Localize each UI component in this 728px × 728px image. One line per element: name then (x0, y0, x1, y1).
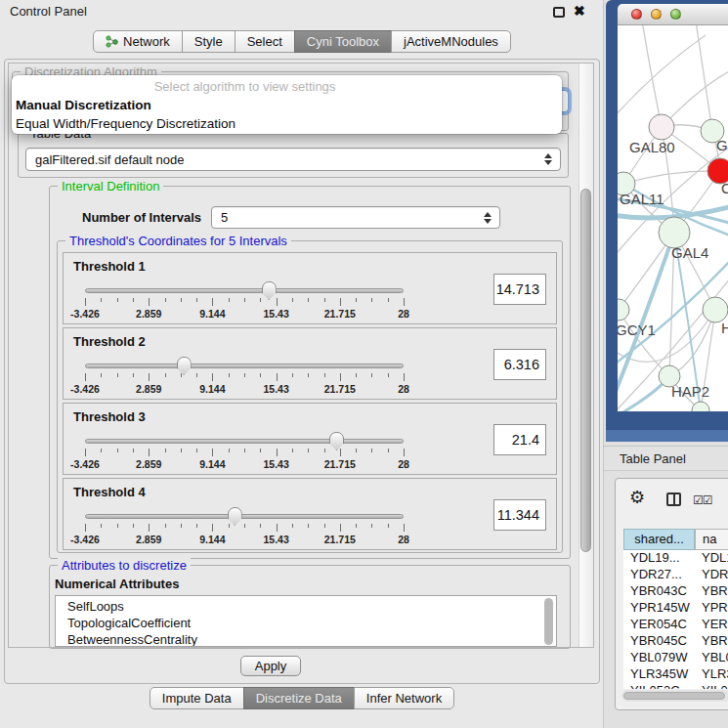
slider-tick-labels: -3.4262.8599.14415.4321.71528 (85, 458, 404, 470)
network-graph[interactable]: GAL80GACGAL11GAL4GCY1HHAP2 (618, 25, 728, 411)
attributes-group-title: Attributes to discretize (58, 558, 191, 573)
node-label: GA (716, 137, 728, 153)
tab-style[interactable]: Style (182, 30, 236, 53)
threshold-slider[interactable]: -3.4262.8599.14415.4321.71528 (85, 425, 407, 472)
numerical-attributes-label: Numerical Attributes (55, 577, 179, 591)
zoom-traffic-light[interactable] (670, 9, 681, 20)
threshold-value-field[interactable]: 6.316 (493, 349, 546, 380)
slider-track[interactable] (85, 288, 404, 293)
main-scrollbar-thumb[interactable] (580, 189, 591, 552)
tab-select[interactable]: Select (235, 30, 295, 53)
threshold-panel-1: Threshold 1-3.4262.8599.14415.4321.71528… (63, 252, 557, 324)
cell-shared-name: YBR045C (630, 633, 687, 648)
slider-tick-labels: -3.4262.8599.14415.4321.71528 (85, 308, 404, 320)
table-row[interactable]: YER054CYER0 (623, 617, 728, 633)
dropdown-prompt: Select algorithm to view settings (12, 79, 478, 94)
list-scrollbar-thumb[interactable] (544, 598, 553, 645)
table-hscrollbar-thumb[interactable] (623, 692, 725, 700)
slider-track[interactable] (85, 514, 404, 519)
tab-impute-data[interactable]: Impute Data (150, 687, 244, 709)
node-label: HAP2 (671, 383, 709, 400)
slider-track[interactable] (85, 364, 404, 368)
tab-cyni-toolbox[interactable]: Cyni Toolbox (294, 30, 392, 53)
network-window-titlebar[interactable] (618, 4, 728, 25)
apply-button[interactable]: Apply (240, 656, 301, 676)
table-data-value: galFiltered.sif default node (35, 152, 184, 167)
table-data-combobox[interactable]: galFiltered.sif default node (25, 148, 561, 171)
column-header-name[interactable]: na (695, 529, 728, 550)
tab-discretize-data[interactable]: Discretize Data (243, 687, 355, 709)
attributes-list[interactable]: SelfLoopsTopologicalCoefficientBetweenne… (55, 595, 557, 647)
table-row[interactable]: YLR345WYLR3 (623, 666, 728, 683)
threshold-label: Threshold 2 (73, 334, 146, 349)
network-edge[interactable] (623, 171, 720, 184)
attribute-item-selfloops[interactable]: SelfLoops (56, 596, 556, 615)
threshold-label: Threshold 3 (73, 409, 146, 424)
table-row[interactable]: YBL079WYBL0 (623, 650, 728, 666)
slider-tick-labels: -3.4262.8599.14415.4321.71528 (85, 534, 404, 545)
cell-name: YBL0 (702, 650, 728, 664)
table-row[interactable]: YBR043CYBR0 (623, 583, 728, 600)
tab-label: Network (123, 34, 170, 49)
threshold-value-field[interactable]: 21.4 (493, 424, 546, 455)
threshold-label: Threshold 1 (73, 259, 146, 274)
network-edge[interactable] (696, 25, 712, 131)
float-window-icon[interactable] (553, 7, 565, 18)
network-edge[interactable] (662, 69, 728, 127)
network-node-gcy1[interactable] (618, 299, 629, 321)
split-columns-icon[interactable] (666, 492, 681, 506)
cell-name: YIL0 (702, 683, 728, 689)
threshold-slider[interactable]: -3.4262.8599.14415.4321.71528 (85, 350, 407, 397)
table-row[interactable]: YPR145WYPR1 (623, 600, 728, 617)
num-intervals-combobox[interactable]: 5 (211, 206, 500, 229)
node-label: GCY1 (618, 321, 656, 338)
threshold-value-field[interactable]: 11.344 (493, 499, 546, 531)
node-label: GAL11 (620, 191, 664, 207)
threshold-slider[interactable]: -3.4262.8599.14415.4321.71528 (85, 500, 407, 547)
minimize-traffic-light[interactable] (651, 9, 662, 20)
network-node[interactable] (692, 402, 709, 411)
cell-shared-name: YBL079W (630, 650, 688, 664)
threshold-panel-3: Threshold 3-3.4262.8599.14415.4321.71528… (63, 403, 557, 475)
num-intervals-value: 5 (221, 210, 228, 225)
attribute-item-topologicalcoefficient[interactable]: TopologicalCoefficient (56, 615, 556, 631)
cell-shared-name: YDL19... (630, 550, 680, 565)
threshold-panel-4: Threshold 4-3.4262.8599.14415.4321.71528… (63, 478, 557, 550)
node-label: GAL80 (629, 139, 675, 155)
window-title: Control Panel (10, 4, 87, 19)
select-columns-icon[interactable]: ☑☑ (693, 493, 712, 507)
table-row[interactable]: YDL19...YDL1 (623, 550, 728, 567)
threshold-value-field[interactable]: 14.713 (493, 274, 546, 305)
gear-icon[interactable]: ⚙ (629, 489, 645, 506)
tab-label: Cyni Toolbox (307, 34, 379, 49)
tab-jactivemnodules[interactable]: jActiveMNodules (391, 30, 511, 53)
cell-name: YLR3 (702, 666, 728, 681)
tab-label: Style (194, 34, 223, 49)
cell-shared-name: YPR145W (630, 600, 690, 615)
control-panel-window: Control Panel ✖ NetworkStyleSelectCyni T… (0, 0, 604, 728)
table-row[interactable]: YDR27...YDR2 (623, 567, 728, 583)
network-icon (106, 35, 118, 48)
network-view-canvas[interactable]: GAL80GACGAL11GAL4GCY1HHAP2 (618, 25, 728, 411)
dropdown-option-manual-discretization[interactable]: Manual Discretization (14, 96, 560, 114)
close-traffic-light[interactable] (631, 9, 642, 20)
network-edge[interactable] (618, 35, 706, 118)
table-panel-title: Table Panel (620, 451, 686, 466)
node-table-rows[interactable]: YDL19...YDL1YDR27...YDR2YBR043CYBR0YPR14… (623, 550, 728, 689)
attribute-item-betweennesscentrality[interactable]: BetweennessCentrality (56, 631, 556, 647)
table-row[interactable]: YBR045CYBR0 (623, 633, 728, 650)
threshold-slider[interactable]: -3.4262.8599.14415.4321.71528 (85, 275, 407, 321)
slider-ticks (85, 373, 404, 382)
network-node-gal80[interactable] (649, 114, 674, 140)
dropdown-option-equal-width-frequency-discretization[interactable]: Equal Width/Frequency Discretization (14, 114, 560, 133)
tab-network[interactable]: Network (93, 30, 183, 53)
threshold-panel-2: Threshold 2-3.4262.8599.14415.4321.71528… (63, 327, 557, 400)
tab-infer-network[interactable]: Infer Network (354, 687, 454, 709)
slider-track[interactable] (85, 439, 404, 444)
close-icon[interactable]: ✖ (574, 3, 585, 19)
network-edge[interactable] (642, 25, 662, 127)
column-header-shared-name[interactable]: shared... (623, 529, 695, 550)
combo-stepper-icon (484, 212, 492, 224)
table-row[interactable]: YIL052CYIL0 (623, 683, 728, 689)
threshold-label: Threshold 4 (73, 485, 146, 499)
